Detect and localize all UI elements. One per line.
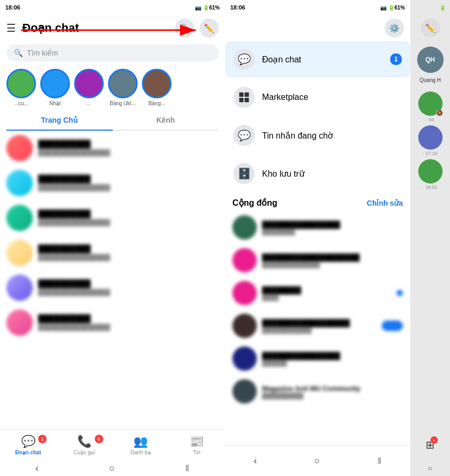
strip-pencil-button[interactable]: ✏️	[421, 19, 440, 38]
list-item[interactable]: ██████████ ████████████████	[0, 200, 225, 235]
chat-info: ██████████ ████████████████	[38, 140, 219, 157]
list-item[interactable]: ██████████ ████████████████	[0, 305, 225, 340]
hamburger-icon[interactable]: ☰	[6, 22, 16, 34]
strip-chat-item[interactable]: 🔕 · 04	[415, 91, 446, 122]
strip-chat-item[interactable]: · 16:51	[415, 159, 446, 190]
community-edit-button[interactable]: Chỉnh sửa	[367, 199, 403, 207]
strip-nav-badge: •	[430, 436, 438, 444]
community-name: ████████████████	[262, 352, 403, 360]
svg-rect-4	[239, 98, 244, 102]
community-item[interactable]: ████████████████████ ██████████████	[225, 244, 410, 277]
nav-item-cuoc-goi[interactable]: 6 📞 Cuộc gọi	[56, 435, 112, 455]
story-avatar	[74, 69, 104, 98]
compose-button[interactable]: ✏️	[200, 19, 219, 38]
page-title: Đoạn chat	[22, 21, 169, 35]
chat-preview: ████████████████	[38, 254, 144, 261]
search-bar[interactable]: 🔍 Tìm kiếm	[6, 44, 219, 61]
menu-item-tin-nhan-cho[interactable]: 💬 Tin nhắn đang chờ	[225, 117, 410, 153]
right-bottom-nav: ‹ ○ ⦀	[225, 445, 410, 476]
blue-badge	[382, 321, 403, 331]
marketplace-menu-icon	[233, 87, 255, 108]
archive-menu-icon: 🗄️	[233, 163, 255, 184]
menu-item-label: Đoạn chat	[262, 54, 383, 65]
menu-item-doan-chat[interactable]: 💬 Đoạn chat 1	[225, 41, 410, 77]
nav-item-tin[interactable]: 📰 Tin	[169, 435, 225, 455]
news-icon: 📰	[190, 435, 204, 448]
nav-label: Danh bạ	[131, 450, 151, 455]
chat-info: ██████████ ████████████████	[38, 244, 219, 261]
search-button[interactable]: 🔍	[175, 19, 194, 38]
community-avatar	[232, 314, 257, 338]
community-name: ████████████████████	[262, 253, 403, 261]
settings-button[interactable]: ⚙️	[385, 19, 404, 38]
chat-name: ██████████	[38, 279, 219, 288]
story-item[interactable]: ...	[74, 69, 104, 106]
home-gesture-right[interactable]: ○	[314, 455, 320, 466]
community-item[interactable]: ████████████████ ████████	[225, 211, 410, 244]
community-avatar	[232, 346, 257, 371]
chat-preview: ████████████████	[38, 219, 144, 226]
strip-chat-time: · 04	[426, 117, 434, 122]
strip-nav-item[interactable]: ⊞ •	[426, 438, 435, 451]
story-item[interactable]: Bàng Ukt...	[108, 69, 138, 106]
menu-item-marketplace[interactable]: Marketplace	[225, 79, 410, 115]
community-avatar	[232, 281, 257, 305]
strip-home-bar: ○	[410, 460, 450, 476]
nav-label: Đoạn chat	[15, 450, 41, 455]
svg-rect-5	[245, 98, 249, 102]
chat-info: ██████████ ████████████████	[38, 175, 219, 191]
strip-status: 🔋	[410, 0, 450, 15]
list-item[interactable]: ██████████ ████████████████	[0, 235, 225, 270]
nav-badge: 1	[38, 435, 47, 443]
community-sub: ████	[262, 294, 391, 300]
chat-name: ██████████	[38, 209, 219, 218]
right-time: 18:06	[230, 4, 245, 11]
pending-menu-icon: 💬	[233, 125, 255, 146]
back-gesture[interactable]: ‹	[35, 463, 39, 474]
chat-preview: ████████████████	[38, 184, 144, 191]
community-name: ████████████████	[262, 221, 403, 228]
chat-list: ██████████ ████████████████ ██████████ █…	[0, 131, 225, 429]
community-info: ██████████████████ ████████████	[262, 319, 376, 333]
story-avatar	[108, 69, 138, 98]
menu-item-kho-luu-tru[interactable]: 🗄️ Kho lưu trữ	[225, 155, 410, 191]
community-info: ████████████████ ██████	[262, 352, 403, 366]
community-info: ████████████████ ████████	[262, 221, 403, 235]
story-item[interactable]: Nhật	[40, 69, 70, 106]
tab-trang-chu[interactable]: Trang Chủ	[6, 111, 113, 131]
left-panel: 18:06 📷 🔋61% ☰ Đoạn chat 🔍 ✏️ 🔍 Tìm kiếm	[0, 0, 225, 476]
tab-bar: Trang Chủ Kênh	[6, 111, 219, 131]
community-item[interactable]: ██████████████████ ████████████	[225, 309, 410, 342]
recent-gesture[interactable]: ⦀	[185, 463, 190, 474]
community-item[interactable]: ████████ ████	[225, 277, 410, 309]
contacts-icon: 👥	[133, 435, 148, 448]
strip-home-gesture[interactable]: ○	[428, 464, 432, 472]
chat-name: ██████████	[38, 175, 219, 183]
back-gesture-right[interactable]: ‹	[254, 455, 257, 466]
story-item[interactable]: Bàng...	[142, 69, 172, 106]
list-item[interactable]: ██████████ ████████████████	[0, 270, 225, 305]
strip-chat-avatar	[418, 125, 443, 150]
chat-name: ██████████	[38, 140, 219, 148]
avatar	[6, 309, 33, 336]
unread-badge	[397, 290, 403, 296]
tab-kenh[interactable]: Kênh	[113, 111, 219, 130]
strip-bottom-nav: ⊞ •	[410, 429, 450, 460]
story-item[interactable]: ...cu...	[6, 69, 36, 106]
community-item[interactable]: ████████████████ ██████	[225, 342, 410, 375]
recent-gesture-right[interactable]: ⦀	[377, 455, 382, 466]
nav-item-danh-ba[interactable]: 👥 Danh bạ	[113, 435, 169, 455]
community-item[interactable]: Magazine Anti MU Community ██████████	[225, 375, 410, 408]
community-sub: ██████████████	[262, 261, 403, 268]
home-gesture[interactable]: ○	[109, 463, 115, 474]
nav-item-doan-chat[interactable]: 1 💬 Đoạn chat	[0, 435, 56, 455]
community-header: Cộng đồng Chỉnh sửa	[225, 191, 410, 211]
community-sub: ██████████	[262, 392, 403, 399]
avatar	[6, 274, 33, 301]
list-item[interactable]: ██████████ ████████████████	[0, 166, 225, 200]
strip-chat-item[interactable]: · 17:10	[415, 125, 446, 156]
header-icons: 🔍 ✏️	[175, 19, 219, 38]
list-item[interactable]: ██████████ ████████████████	[0, 131, 225, 166]
chat-info: ██████████ ████████████████	[38, 279, 219, 296]
community-info: ████████████████████ ██████████████	[262, 253, 403, 268]
